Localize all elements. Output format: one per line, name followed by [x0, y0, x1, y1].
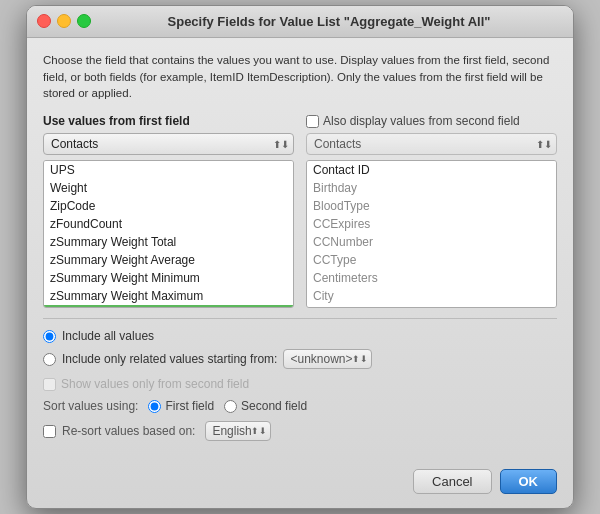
ok-button[interactable]: OK [500, 469, 558, 494]
divider [43, 318, 557, 319]
second-field-label: Also display values from second field [323, 114, 520, 128]
first-field-label: Use values from first field [43, 114, 190, 128]
button-bar: Cancel OK [27, 463, 573, 508]
list-item[interactable]: zSummary Weight Total [44, 233, 293, 251]
second-field-col: Also display values from second field Co… [306, 114, 557, 308]
description-text: Choose the field that contains the value… [43, 52, 557, 102]
resort-select[interactable]: English [205, 421, 271, 441]
second-field-dropdown[interactable]: Contacts [306, 133, 557, 155]
fields-section: Use values from first field Contacts ⬆⬇ … [43, 114, 557, 308]
dialog-window: Specify Fields for Value List "Aggregate… [26, 5, 574, 509]
include-related-select-wrap: <unknown> ⬆⬇ [283, 349, 372, 369]
include-all-label: Include all values [62, 329, 154, 343]
dialog-title: Specify Fields for Value List "Aggregate… [168, 14, 491, 29]
list-item[interactable]: zSummary Weight Minimum [44, 269, 293, 287]
resort-checkbox[interactable] [43, 425, 56, 438]
close-button[interactable] [37, 14, 51, 28]
list-item[interactable]: Country [307, 305, 556, 308]
list-item[interactable]: Birthday [307, 179, 556, 197]
title-bar: Specify Fields for Value List "Aggregate… [27, 6, 573, 38]
list-item[interactable]: zFoundCount [44, 215, 293, 233]
minimize-button[interactable] [57, 14, 71, 28]
second-field-list[interactable]: Contact ID Birthday BloodType CCExpires … [306, 160, 557, 308]
include-options: Include all values Include only related … [43, 329, 557, 369]
first-field-dropdown[interactable]: Contacts [43, 133, 294, 155]
list-item[interactable]: Contact ID [307, 161, 556, 179]
list-item[interactable]: Centimeters [307, 269, 556, 287]
list-item[interactable]: Weight [44, 179, 293, 197]
list-item[interactable]: BloodType [307, 197, 556, 215]
sort-first-radio[interactable] [148, 400, 161, 413]
list-item[interactable]: CCExpires [307, 215, 556, 233]
list-item[interactable]: zSummary Weight Average [44, 251, 293, 269]
resort-row: Re-sort values based on: English ⬆⬇ [43, 421, 557, 441]
cancel-button[interactable]: Cancel [413, 469, 491, 494]
include-related-radio[interactable] [43, 353, 56, 366]
first-field-header: Use values from first field [43, 114, 294, 128]
include-all-radio[interactable] [43, 330, 56, 343]
sort-row: Sort values using: First field Second fi… [43, 399, 557, 413]
first-field-col: Use values from first field Contacts ⬆⬇ … [43, 114, 294, 308]
include-related-select[interactable]: <unknown> [283, 349, 372, 369]
list-item-selected[interactable]: zVL Aggregate Weight All [44, 305, 293, 308]
second-field-checkbox[interactable] [306, 115, 319, 128]
show-second-label: Show values only from second field [61, 377, 249, 391]
show-second-row: Show values only from second field [43, 377, 557, 391]
resort-label: Re-sort values based on: [62, 424, 195, 438]
dialog-content: Choose the field that contains the value… [27, 38, 573, 463]
window-controls [37, 14, 91, 28]
list-item[interactable]: City [307, 287, 556, 305]
show-second-checkbox[interactable] [43, 378, 56, 391]
first-field-list[interactable]: UPS Weight ZipCode zFoundCount zSummary … [43, 160, 294, 308]
first-field-dropdown-wrap: Contacts ⬆⬇ [43, 133, 294, 155]
sort-label: Sort values using: [43, 399, 138, 413]
second-field-dropdown-wrap: Contacts ⬆⬇ [306, 133, 557, 155]
include-all-row: Include all values [43, 329, 557, 343]
list-item[interactable]: UPS [44, 161, 293, 179]
list-item[interactable]: CCNumber [307, 233, 556, 251]
maximize-button[interactable] [77, 14, 91, 28]
list-item[interactable]: ZipCode [44, 197, 293, 215]
resort-select-wrap: English ⬆⬇ [205, 421, 271, 441]
sort-second-label[interactable]: Second field [224, 399, 307, 413]
second-field-checkbox-label[interactable]: Also display values from second field [306, 114, 520, 128]
sort-first-label[interactable]: First field [148, 399, 214, 413]
include-related-label: Include only related values starting fro… [62, 352, 277, 366]
list-item[interactable]: CCType [307, 251, 556, 269]
list-item[interactable]: zSummary Weight Maximum [44, 287, 293, 305]
include-related-row: Include only related values starting fro… [43, 349, 557, 369]
sort-second-radio[interactable] [224, 400, 237, 413]
second-field-header: Also display values from second field [306, 114, 557, 128]
